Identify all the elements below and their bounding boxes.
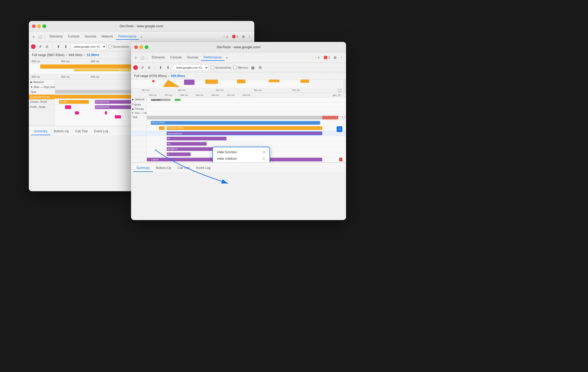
back-tab-eventlog[interactable]: Event Log (91, 128, 111, 135)
screenshots-check-back[interactable] (109, 45, 112, 48)
upload-icon-front[interactable]: ⬆ (158, 65, 163, 70)
front-timings-content (147, 107, 346, 111)
device-icon-front[interactable]: ⬜ (139, 55, 145, 60)
front-overview-content: 361 ms 461 ms 561 ms 661 ms 761 ms CPU N… (131, 80, 343, 92)
clear-button-back[interactable]: ⊘ (45, 44, 49, 49)
back-tab-bottomup[interactable]: Bottom-Up (51, 128, 72, 135)
more-icon-front[interactable]: ⋮ (339, 55, 344, 60)
gen-label: gen_20... (332, 94, 342, 96)
front-yellow3 (269, 80, 279, 82)
upload-icon-back[interactable]: ⬆ (56, 44, 61, 49)
back-compile-label: Compil...Script (29, 100, 55, 105)
context-hide-function[interactable]: Hide function H (213, 149, 269, 155)
error-badge-front: 🟥 2 (322, 55, 331, 60)
front-detail-ruler: 364 ms 374 ms 384 ms 394 ms 404 ms 414 m… (131, 93, 346, 97)
front-time-ruler-top: 361 ms 461 ms 561 ms 661 ms 761 ms CPU N… (131, 88, 343, 92)
evalscript-bar: Evaluate Script (167, 126, 322, 130)
screenshots-check-front[interactable] (211, 66, 214, 69)
back-tab-calltree[interactable]: Call Tree (72, 128, 91, 135)
toolbar-sep2-front (155, 65, 155, 70)
close-button-back[interactable] (32, 24, 36, 28)
memory-check-front[interactable] (233, 66, 237, 69)
front-tracks-area: ▶ Network n,jsa,mb4 Frames ▶ Timings ▼ M… (131, 97, 346, 162)
front-title-bar: DevTools - www.google.com/ (131, 42, 346, 52)
clear-button-front[interactable]: ⊘ (147, 65, 152, 70)
front-scrollbar[interactable] (343, 80, 346, 92)
front-evalscript-label (131, 126, 147, 131)
download-icon-front[interactable]: ⬇ (165, 65, 171, 70)
warning-icon-back: ⚠ (223, 35, 225, 38)
tab-elements-back[interactable]: Elements (47, 34, 65, 40)
scatter1 (75, 111, 79, 114)
url-select-back[interactable]: www.google.com #1 (71, 43, 106, 50)
front-cpu-bars (131, 80, 343, 87)
more-icon-back[interactable]: ⋮ (247, 34, 252, 39)
front-task-label: Task (131, 115, 147, 120)
download-icon-back[interactable]: ⬇ (63, 44, 68, 49)
tab-console-front[interactable]: Console (168, 54, 184, 61)
front-anon-label (131, 131, 147, 136)
warning-icon-front: ⚠ (315, 56, 317, 59)
traffic-lights-front (134, 45, 148, 49)
front-flame1 (163, 80, 180, 87)
tab-performance-back[interactable]: Performance (116, 34, 139, 40)
warning-count-front: 5 (318, 56, 320, 59)
maximize-button-front[interactable] (145, 45, 148, 49)
context-hide-children[interactable]: Hide children C (213, 155, 269, 162)
compile-bar1: Compil... (59, 100, 89, 104)
front-tab-bottomup[interactable]: Bottom-Up (153, 165, 174, 172)
screenshots-checkbox-front[interactable]: Screenshots (211, 66, 231, 69)
error-count-front: 2 (328, 56, 330, 59)
w-bar: W (167, 137, 226, 140)
full-range-front: Full range (5705.85ms) (134, 74, 167, 78)
maximize-button-back[interactable] (42, 24, 46, 28)
tab-more-back[interactable]: » (139, 34, 144, 40)
front-ea-content: ea (147, 141, 346, 146)
settings-icon-front[interactable]: ⚙ (332, 55, 338, 60)
inspect-icon-front[interactable]: ⊹ (133, 55, 138, 60)
minimize-button-front[interactable] (139, 45, 143, 49)
settings2-icon-front[interactable]: ⚙ (258, 65, 263, 70)
record-button-back[interactable] (31, 44, 36, 49)
reload-button-front[interactable]: ↺ (140, 65, 145, 70)
front-parsehtml-row: Parse HTML (131, 121, 346, 126)
back-scatter-spacer (29, 110, 55, 126)
tab-more-front[interactable]: » (224, 55, 229, 61)
front-ea-row: ea (131, 141, 346, 147)
settings-icon-back[interactable]: ⚙ (241, 34, 246, 39)
tab-sources-front[interactable]: Sources (184, 54, 201, 61)
back-evaluate-label: Evaluate Script (29, 95, 55, 99)
screenshots-checkbox-back[interactable]: Screenshots (109, 45, 129, 48)
warning-badge-front: ⚠ 5 (313, 55, 321, 60)
front-anon-content: (anonymous) (147, 131, 346, 136)
tab-network-back[interactable]: Network (99, 34, 116, 40)
front-yellow4 (300, 80, 309, 83)
front-evalscript-row: Evaluate Script ▾ (131, 126, 346, 131)
front-anon-row: (anonymous) (131, 131, 346, 136)
close-button-front[interactable] (134, 45, 138, 49)
ea-bar: ea (167, 142, 207, 146)
front-tab-eventlog[interactable]: Event Log (193, 165, 214, 172)
minimize-button-back[interactable] (37, 24, 41, 28)
record-button-front[interactable] (133, 65, 138, 70)
back-task-label: Task (29, 90, 55, 94)
memory-checkbox-front[interactable]: Memory (233, 66, 248, 69)
tab-performance-front[interactable]: Performance (201, 54, 224, 61)
front-yellow1 (205, 80, 218, 84)
inspect-icon[interactable]: ⊹ (31, 34, 36, 39)
front-tab-calltree[interactable]: Call Tree (174, 165, 193, 172)
tab-elements-front[interactable]: Elements (149, 54, 168, 61)
device-icon[interactable]: ⬜ (37, 34, 42, 39)
tab-console-back[interactable]: Console (65, 34, 82, 40)
front-task-content: T... (147, 115, 346, 120)
front-parsehtml-label (131, 121, 147, 125)
error-count-back: 3 (236, 35, 238, 38)
front-frames-row: Frames (131, 103, 346, 107)
url-select-front[interactable]: www.google.com #1 (173, 64, 209, 71)
memory-icon-front[interactable]: ▦ (250, 65, 256, 70)
reload-button-back[interactable]: ↺ (38, 44, 42, 49)
back-tab-summary[interactable]: Summary (31, 128, 51, 135)
front-tab-summary[interactable]: Summary (133, 165, 153, 172)
p-bar: p (167, 152, 191, 156)
tab-sources-back[interactable]: Sources (82, 34, 99, 40)
